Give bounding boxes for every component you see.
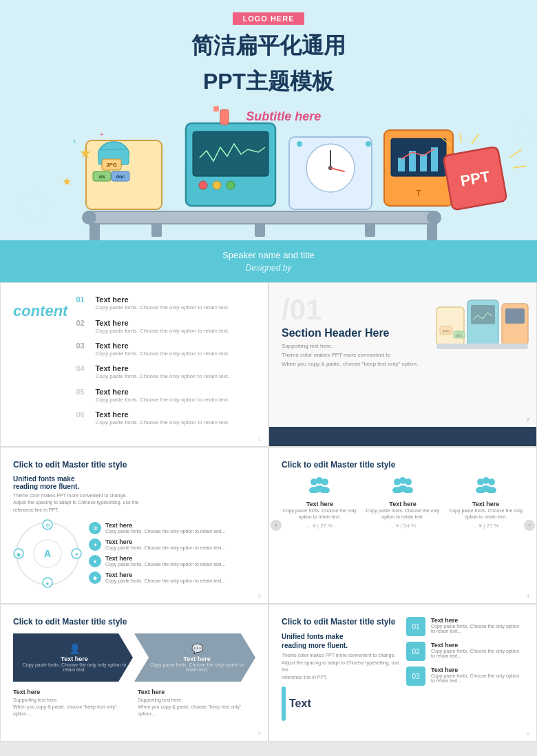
slide-content-outline[interactable]: content 01 Text here Copy paste fonts. C… [0, 282, 268, 446]
carousel-next-button[interactable]: › [524, 520, 535, 531]
svg-text:A: A [44, 548, 51, 559]
cover-title-line1: 简洁扁平化通用 [191, 32, 346, 61]
circle-center-area: A ⚙ ✦ ● ◆ [13, 519, 82, 591]
circle-item-4: ◆ Text here Copy paste fonts. Choose the… [89, 571, 255, 584]
svg-point-1 [83, 211, 96, 224]
svg-rect-7 [427, 223, 437, 240]
svg-rect-26 [220, 109, 229, 125]
list-icon-3: 03 [406, 666, 425, 686]
svg-point-23 [199, 181, 207, 189]
svg-point-76 [322, 479, 328, 485]
slide7-left: Click to edit Master title style Unified… [282, 617, 399, 728]
page-6-indicator: 6 [527, 731, 529, 737]
svg-text:T: T [417, 189, 421, 197]
support-item-2: Text here Supporting text here.When you … [138, 689, 255, 717]
list-item-row-1: 01 Text here Copy paste fonts. Choose th… [406, 617, 524, 636]
slide4-title: Click to edit Master title style [13, 460, 255, 470]
list-icon-2: 02 [406, 642, 425, 661]
outline-item-2: 02 Text here Copy paste fonts. Choose th… [76, 319, 255, 335]
circle-text-items: ⚙ Text here Copy paste fonts. Choose the… [89, 522, 255, 588]
outline-items: 01 Text here Copy paste fonts. Choose th… [76, 295, 255, 433]
circle-item-2: ✦ Text here Copy paste fonts. Choose the… [89, 538, 255, 551]
svg-text:★: ★ [79, 145, 92, 160]
outline-item-5: 05 Text here Copy paste fonts. Choose th… [76, 388, 255, 403]
svg-rect-0 [83, 211, 441, 224]
cover-illustration: Subtitle here JPG xls [0, 103, 537, 240]
svg-text:JPG: JPG [442, 329, 450, 333]
slide-carousel[interactable]: Click to edit Master title style ‹ › [268, 447, 537, 605]
cover-top: LOGO HERE 简洁扁平化通用 PPT主题模板 [0, 0, 537, 96]
svg-point-33 [297, 141, 302, 147]
svg-line-46 [472, 134, 478, 144]
outline-item-6: 06 Text here Copy paste fonts. Choose th… [76, 410, 255, 426]
slide6-title: Click to edit Master title style [13, 617, 255, 627]
cover-slide: LOGO HERE 简洁扁平化通用 PPT主题模板 Subtitle here … [0, 0, 537, 282]
circle-item-1: ⚙ Text here Copy paste fonts. Choose the… [89, 522, 255, 534]
person-icon-3 [448, 476, 524, 498]
section-dark-bar [269, 427, 536, 446]
svg-rect-40 [431, 147, 438, 171]
outline-item-3: 03 Text here Copy paste fonts. Choose th… [76, 342, 255, 357]
slide7-subtitle: Unified fonts makereading more fluent. [282, 632, 399, 650]
slide4-subtitle: Unified fonts makereading more fluent. [13, 475, 255, 490]
chat-icon-arrow: 💬 [191, 643, 203, 654]
slide-list-text[interactable]: Click to edit Master title style Unified… [268, 604, 537, 742]
slide-arrow-process[interactable]: Click to edit Master title style 👤 Text … [0, 604, 268, 742]
svg-point-2 [427, 211, 441, 224]
slide7-right: 01 Text here Copy paste fonts. Choose th… [406, 617, 524, 728]
svg-line-45 [460, 133, 461, 143]
outline-item-1: 01 Text here Copy paste fonts. Choose th… [76, 295, 255, 311]
page-1-indicator: 1 [258, 436, 261, 442]
section-mini-illo: JPG doc [433, 293, 529, 361]
svg-text:◆: ◆ [17, 552, 21, 558]
svg-rect-4 [151, 223, 162, 237]
page-3-indicator: 3 [258, 593, 261, 599]
arrow-boxes-container: 👤 Text here Copy paste fonts. Choose the… [13, 633, 255, 682]
svg-text:⚙: ⚙ [45, 523, 50, 529]
text-label: Text [289, 697, 311, 710]
svg-point-49 [513, 120, 534, 140]
logo-badge: LOGO HERE [233, 12, 304, 25]
carousel-item-1: Text here Copy paste fonts. Choose the o… [282, 476, 358, 529]
carousel-prev-button[interactable]: ‹ [271, 520, 282, 531]
page-2-indicator: 2 [527, 417, 529, 423]
svg-point-88 [488, 479, 495, 485]
blue-bar [282, 686, 286, 721]
list-item-row-2: 02 Text here Copy paste fonts. Choose th… [406, 642, 524, 661]
arrow-box-2: 💬 Text here Copy paste fonts. Choose the… [134, 633, 255, 682]
carousel-item-3: Text here Copy paste fonts. Choose the o… [448, 476, 524, 529]
svg-point-82 [405, 479, 412, 485]
text-bar-container: Text [282, 686, 399, 721]
person-icon-1 [282, 476, 358, 498]
svg-text:★: ★ [62, 176, 72, 187]
svg-rect-27 [213, 106, 219, 112]
slide7-title: Click to edit Master title style [282, 617, 399, 627]
carousel-item-2: Text here Copy paste fonts. Choose the o… [365, 476, 441, 529]
svg-text:JPG: JPG [106, 162, 117, 168]
person-icon-arrow: 👤 [69, 643, 81, 654]
svg-text:+: + [100, 131, 104, 138]
slide5-title: Click to edit Master title style [282, 460, 524, 470]
cover-footer: Speaker name and title Designed by [0, 240, 537, 282]
svg-point-25 [227, 181, 235, 189]
slides-grid: content 01 Text here Copy paste fonts. C… [0, 282, 537, 742]
svg-rect-37 [398, 158, 405, 171]
svg-point-24 [213, 181, 221, 189]
circle-item-3: ● Text here Copy paste fonts. Choose the… [89, 555, 255, 567]
carousel-items-container: Text here Copy paste fonts. Choose the o… [282, 476, 524, 529]
outline-item-4: 04 Text here Copy paste fonts. Choose th… [76, 364, 255, 380]
slide-section-header[interactable]: /01 Section Header Here Supporting text … [268, 282, 537, 446]
svg-rect-55 [505, 308, 525, 324]
svg-text:doc: doc [116, 174, 125, 179]
person-icon-2 [365, 476, 441, 498]
speaker-label: Speaker name and title [0, 250, 537, 260]
list-item-row-3: 03 Text here Copy paste fonts. Choose th… [406, 666, 524, 686]
svg-point-34 [366, 141, 371, 147]
slide4-body: Theme color makes PPT more convenient to… [13, 492, 255, 514]
list-icon-1: 01 [406, 617, 425, 636]
slide-circle-diagram[interactable]: Click to edit Master title style Unified… [0, 447, 268, 605]
subtitle-text: Subtitle here [246, 109, 321, 124]
svg-rect-5 [255, 223, 265, 237]
svg-rect-53 [471, 305, 495, 324]
page-4-indicator: 4 [527, 593, 529, 599]
